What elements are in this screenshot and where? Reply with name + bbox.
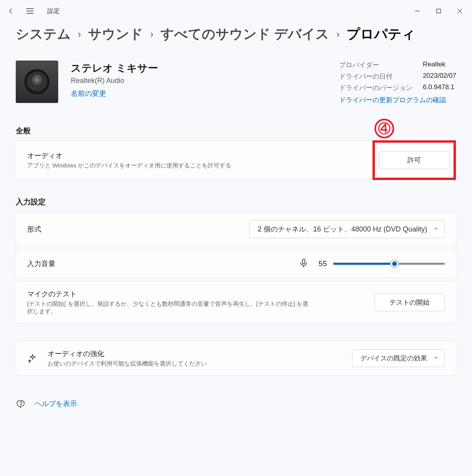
input-volume-title: 入力音量 — [27, 259, 289, 268]
audio-allow-card: オーディオ アプリと Windows がこのデバイスをオーディオ用に使用すること… — [16, 141, 456, 180]
chevron-right-icon: › — [336, 29, 339, 40]
device-header: ステレオ ミキサー Realtek(R) Audio 名前の変更 プロバイダー … — [16, 61, 456, 105]
svg-rect-7 — [302, 259, 305, 264]
start-test-button[interactable]: テストの開始 — [374, 294, 445, 311]
section-input-settings: 入力設定 — [16, 197, 456, 207]
mic-test-desc: [テストの開始] を選択し、発話するか、少なくとも数秒間通常の音量で音声を再生し… — [27, 300, 310, 315]
breadcrumb: システム › サウンド › すべてのサウンド デバイス › プロパティ — [16, 25, 456, 43]
audio-enhance-desc: お使いのデバイスで利用可能な拡張機能を選択してください — [48, 360, 343, 368]
breadcrumb-sound[interactable]: サウンド — [88, 25, 143, 43]
driver-provider-label: プロバイダー — [339, 61, 413, 70]
close-button[interactable] — [449, 2, 470, 20]
mic-test-title: マイクのテスト — [27, 289, 365, 299]
format-select[interactable]: 2 個のチャネル、16 ビット、48000 Hz (DVD Quality) — [249, 220, 445, 238]
format-title: 形式 — [27, 224, 240, 234]
window-title: 設定 — [47, 7, 60, 15]
breadcrumb-all-devices[interactable]: すべてのサウンド デバイス — [160, 25, 329, 43]
device-subtitle: Realtek(R) Audio — [71, 77, 339, 85]
chevron-right-icon: › — [78, 29, 81, 40]
device-name: ステレオ ミキサー — [71, 61, 339, 75]
titlebar: 設定 — [0, 0, 472, 22]
audio-enhance-title: オーディオの強化 — [48, 349, 343, 358]
annotation-step-4: ④ — [374, 119, 394, 138]
chevron-right-icon: › — [150, 29, 153, 40]
audio-enhance-select[interactable]: デバイスの既定の効果 — [352, 349, 445, 367]
microphone-icon — [299, 258, 309, 270]
chevron-down-icon — [433, 355, 439, 362]
driver-version-label: ドライバーのバージョン — [339, 83, 413, 92]
format-card: 形式 2 個のチャネル、16 ビット、48000 Hz (DVD Quality… — [16, 212, 456, 246]
format-selected-value: 2 個のチャネル、16 ビット、48000 Hz (DVD Quality) — [258, 225, 427, 233]
input-volume-card: 入力音量 55 — [16, 250, 456, 278]
minimize-button[interactable] — [407, 2, 428, 20]
device-speaker-icon — [16, 61, 58, 103]
chevron-down-icon — [433, 225, 439, 233]
driver-update-link[interactable]: ドライバーの更新プログラムの確認 — [339, 96, 456, 105]
menu-button[interactable] — [20, 2, 39, 20]
sparkle-icon — [27, 353, 38, 364]
help-link[interactable]: ヘルプを表示 — [35, 399, 77, 408]
back-button[interactable] — [2, 2, 20, 20]
input-volume-value: 55 — [315, 259, 327, 268]
window-controls — [407, 2, 470, 20]
mic-test-card: マイクのテスト [テストの開始] を選択し、発話するか、少なくとも数秒間通常の音… — [16, 281, 456, 323]
audio-card-desc: アプリと Windows がこのデバイスをオーディオ用に使用することを許可する — [27, 162, 367, 169]
breadcrumb-properties: プロパティ — [347, 25, 415, 43]
driver-date-value: 2023/02/07 — [423, 72, 456, 81]
driver-info: プロバイダー Realtek ドライバーの日付 2023/02/07 ドライバー… — [339, 61, 456, 105]
audio-card-title: オーディオ — [27, 151, 367, 160]
breadcrumb-system[interactable]: システム — [16, 25, 71, 43]
maximize-button[interactable] — [428, 2, 449, 20]
rename-link[interactable]: 名前の変更 — [71, 89, 339, 98]
input-volume-slider[interactable] — [333, 259, 445, 268]
svg-point-9 — [21, 404, 21, 405]
audio-enhance-selected: デバイスの既定の効果 — [360, 355, 427, 362]
annotation-highlight-box: 許可 — [372, 140, 456, 180]
allow-button[interactable]: 許可 — [379, 151, 450, 169]
driver-version-value: 6.0.9478.1 — [423, 83, 456, 92]
audio-enhance-card: オーディオの強化 お使いのデバイスで利用可能な拡張機能を選択してください デバイ… — [16, 341, 456, 376]
help-icon — [16, 398, 26, 410]
driver-date-label: ドライバーの日付 — [339, 72, 413, 81]
svg-rect-4 — [437, 9, 441, 13]
driver-provider-value: Realtek — [423, 61, 456, 70]
